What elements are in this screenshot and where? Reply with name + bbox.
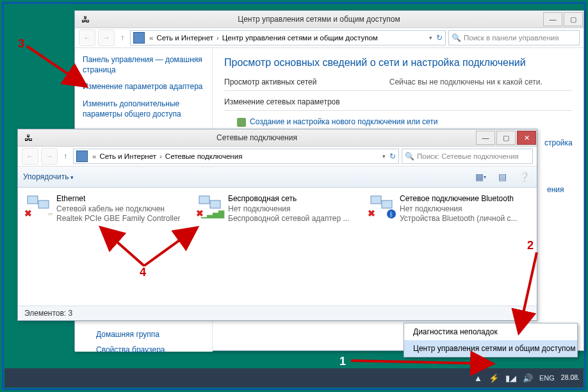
nav-back-button[interactable]: ← xyxy=(79,29,95,46)
search-placeholder: Поиск: Сетевые подключения xyxy=(417,152,519,160)
svg-rect-4 xyxy=(371,196,381,204)
taskbar: ▲ ⚡ ▮◢ 🔊 ENG 28.08. xyxy=(4,368,584,388)
task-icon xyxy=(237,118,246,127)
sidebar-link-adapter-settings[interactable]: Изменение параметров адаптера xyxy=(83,81,204,92)
svg-rect-1 xyxy=(38,200,49,208)
minimize-button[interactable]: — xyxy=(476,131,495,145)
error-x-icon: ✖ xyxy=(368,208,375,218)
addr-dropdown-icon[interactable]: ▾ xyxy=(429,35,432,41)
cutoff-text: стройка xyxy=(544,138,573,147)
statusbar: Элементов: 3 xyxy=(18,306,537,320)
address-bar[interactable]: « Сеть и Интернет › Сетевые подключения … xyxy=(73,149,399,164)
nav-row: ← → ↑ « Сеть и Интернет › Сетевые подклю… xyxy=(18,147,537,167)
task-create-connection[interactable]: Создание и настройка нового подключения … xyxy=(237,117,572,127)
connections-area: ✖ ⎓ Ethernet Сетевой кабель не подключен… xyxy=(18,188,537,318)
nav-row: ← → ↑ « Сеть и Интернет › Центр управлен… xyxy=(75,28,584,48)
sidebar-home-link[interactable]: Панель управления — домашняя страница xyxy=(83,54,204,75)
search-placeholder: Поиск в панели управления xyxy=(464,34,559,42)
tray-volume-icon[interactable]: 🔊 xyxy=(523,373,533,383)
organize-button[interactable]: Упорядочить xyxy=(23,172,74,181)
view-dropdown-button[interactable]: ▦▾ xyxy=(473,169,488,184)
conn-status: Нет подключения xyxy=(400,204,517,215)
svg-rect-3 xyxy=(210,200,220,208)
close-button[interactable]: ✕ xyxy=(517,131,536,145)
titlebar: 🖧 Центр управления сетями и общим доступ… xyxy=(75,11,584,28)
toolbar: Упорядочить ▦▾ ▤ ❔ xyxy=(18,167,537,188)
search-icon: 🔍 xyxy=(405,152,414,161)
app-icon: 🖧 xyxy=(79,13,92,26)
window-network-connections: 🖧 Сетевые подключения — ▢ ✕ ← → ↑ « Сеть… xyxy=(17,129,537,321)
search-input[interactable]: 🔍 Поиск в панели управления xyxy=(448,30,580,45)
addr-dropdown-icon[interactable]: ▾ xyxy=(382,153,386,159)
conn-device: Realtek PCIe GBE Family Controller xyxy=(56,214,180,224)
address-icon xyxy=(133,32,145,44)
no-network-text: Сейчас вы не подключены ни к какой сети. xyxy=(389,78,543,86)
crumb-network[interactable]: Сеть и Интернет xyxy=(155,33,215,43)
window-title: Центр управления сетями и общим доступом xyxy=(95,15,543,24)
crumb-connections[interactable]: Сетевые подключения xyxy=(164,151,244,161)
search-input[interactable]: 🔍 Поиск: Сетевые подключения xyxy=(402,149,533,164)
bluetooth-icon: ✖ ᛒ xyxy=(369,194,395,217)
sidebar-link-advanced-sharing[interactable]: Изменить дополнительные параметры общего… xyxy=(83,99,204,119)
address-icon xyxy=(76,151,88,162)
connection-ethernet[interactable]: ✖ ⎓ Ethernet Сетевой кабель не подключен… xyxy=(26,194,186,224)
bt-icon: ᛒ xyxy=(387,209,396,218)
svg-rect-0 xyxy=(28,196,38,204)
section-change-settings: Изменение сетевых параметров xyxy=(224,97,572,106)
sidebar-link-homegroup[interactable]: Домашняя группа xyxy=(96,330,159,339)
nav-fwd-button[interactable]: → xyxy=(98,29,115,46)
error-x-icon: ✖ xyxy=(24,208,32,218)
conn-device: Устройства Bluetooth (личной с... xyxy=(400,214,517,224)
conn-name: Беспроводная сеть xyxy=(228,194,350,204)
addr-refresh-icon[interactable]: ↻ xyxy=(436,33,443,42)
tray-power-icon[interactable]: ⚡ xyxy=(489,373,499,383)
section-active-networks: Просмотр активных сетей Сейчас вы не под… xyxy=(224,78,572,86)
maximize-button[interactable]: ▢ xyxy=(564,12,583,26)
conn-status: Нет подключения xyxy=(228,204,350,215)
menu-network-center[interactable]: Центр управления сетями и общим доступом xyxy=(404,340,577,357)
titlebar: 🖧 Сетевые подключения — ▢ ✕ xyxy=(18,129,537,147)
system-tray: ▲ ⚡ ▮◢ 🔊 ENG 28.08. xyxy=(474,373,580,383)
svg-rect-2 xyxy=(199,196,209,204)
tray-date[interactable]: 28.08. xyxy=(561,374,580,382)
crumb-network[interactable]: Сеть и Интернет xyxy=(98,151,158,161)
help-button[interactable]: ❔ xyxy=(516,169,532,184)
item-count: Элементов: 3 xyxy=(24,309,72,318)
view-list-button[interactable]: ▤ xyxy=(494,169,510,184)
plug-icon: ⎓ xyxy=(48,209,53,218)
crumb-center[interactable]: Центр управления сетями и общим доступом xyxy=(221,33,379,43)
conn-name: Сетевое подключение Bluetooth xyxy=(400,194,517,204)
conn-device: Беспроводной сетевой адаптер ... xyxy=(228,214,350,224)
nav-back-button[interactable]: ← xyxy=(22,148,38,165)
cutoff-text: ения xyxy=(547,185,564,194)
addr-refresh-icon[interactable]: ↻ xyxy=(389,152,396,161)
nav-up-button[interactable]: ↑ xyxy=(60,149,70,164)
sidebar-link-browser-props[interactable]: Свойства браузера xyxy=(96,345,165,354)
connection-wireless[interactable]: ✖ ▁▃▅▇ Беспроводная сеть Нет подключения… xyxy=(197,194,357,224)
tray-context-menu: Диагностика неполадок Центр управления с… xyxy=(404,323,578,357)
signal-bars-icon: ▁▃▅▇ xyxy=(201,209,224,218)
search-icon: 🔍 xyxy=(452,33,461,42)
nav-fwd-button[interactable]: → xyxy=(41,148,58,165)
connection-bluetooth[interactable]: ✖ ᛒ Сетевое подключение Bluetooth Нет по… xyxy=(369,194,529,224)
tray-up-icon[interactable]: ▲ xyxy=(474,373,482,383)
wireless-icon: ✖ ▁▃▅▇ xyxy=(197,194,223,217)
maximize-button[interactable]: ▢ xyxy=(496,131,516,145)
app-icon: 🖧 xyxy=(22,131,35,144)
window-title: Сетевые подключения xyxy=(38,133,475,142)
conn-name: Ethernet xyxy=(56,194,180,204)
tray-lang[interactable]: ENG xyxy=(539,374,555,382)
tray-network-icon[interactable]: ▮◢ xyxy=(505,373,516,383)
address-bar[interactable]: « Сеть и Интернет › Центр управления сет… xyxy=(130,30,446,45)
menu-troubleshoot[interactable]: Диагностика неполадок xyxy=(404,323,577,340)
minimize-button[interactable]: — xyxy=(543,12,562,26)
nav-up-button[interactable]: ↑ xyxy=(117,30,127,45)
conn-status: Сетевой кабель не подключен xyxy=(56,204,180,215)
ethernet-icon: ✖ ⎓ xyxy=(26,194,51,217)
page-heading: Просмотр основных сведений о сети и наст… xyxy=(224,57,572,69)
svg-rect-5 xyxy=(382,200,392,208)
